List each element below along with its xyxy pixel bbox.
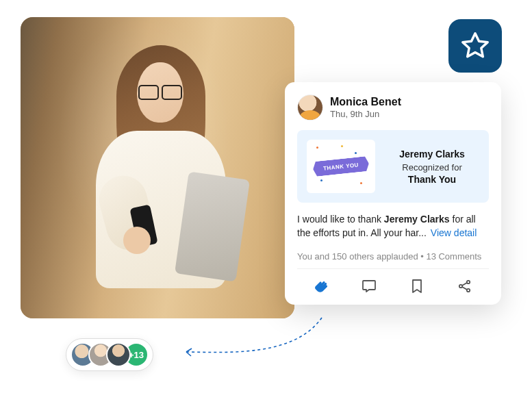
post-body-prefix: I would like to thank xyxy=(297,214,384,225)
post-actions xyxy=(297,269,489,298)
recognition-recipient: Jeremy Clarks xyxy=(385,149,479,160)
star-badge[interactable] xyxy=(448,19,502,73)
applaud-button[interactable] xyxy=(312,277,330,295)
thank-you-ribbon-art: THANK YOU xyxy=(307,140,375,193)
share-button[interactable] xyxy=(456,277,474,295)
post-body-mention[interactable]: Jeremy Clarks xyxy=(384,214,450,225)
bookmark-icon xyxy=(409,278,425,294)
share-icon xyxy=(457,278,473,294)
hero-person xyxy=(62,31,253,292)
svg-point-1 xyxy=(467,280,470,283)
recognition-label: Recognized for xyxy=(385,162,479,173)
author-name[interactable]: Monica Benet xyxy=(330,96,401,108)
post-stats[interactable]: You and 150 others applauded • 13 Commen… xyxy=(297,247,489,269)
comment-button[interactable] xyxy=(360,277,378,295)
post-date: Thu, 9th Jun xyxy=(330,109,401,119)
svg-point-0 xyxy=(459,284,462,287)
comment-icon xyxy=(361,278,377,294)
hero-photo xyxy=(21,17,294,318)
view-detail-link[interactable]: View detail xyxy=(431,227,477,238)
ribbon-label: THANK YOU xyxy=(312,156,370,177)
bookmark-button[interactable] xyxy=(408,277,426,295)
recognition-banner: THANK YOU Jeremy Clarks Recognized for T… xyxy=(297,130,489,203)
applauder-avatar[interactable] xyxy=(106,342,131,367)
author-avatar[interactable] xyxy=(297,94,323,121)
post-body: I would like to thank Jeremy Clarks for … xyxy=(297,212,489,240)
svg-point-2 xyxy=(467,288,470,291)
recognition-badge-name: Thank You xyxy=(385,174,479,185)
recognition-post-card: Monica Benet Thu, 9th Jun THANK YOU Jere… xyxy=(285,82,501,305)
callout-arrow xyxy=(178,315,329,370)
star-outline-icon xyxy=(459,30,491,62)
clap-icon xyxy=(313,278,329,294)
post-header: Monica Benet Thu, 9th Jun xyxy=(297,94,489,121)
applauders-pill[interactable]: +13 xyxy=(66,338,153,371)
